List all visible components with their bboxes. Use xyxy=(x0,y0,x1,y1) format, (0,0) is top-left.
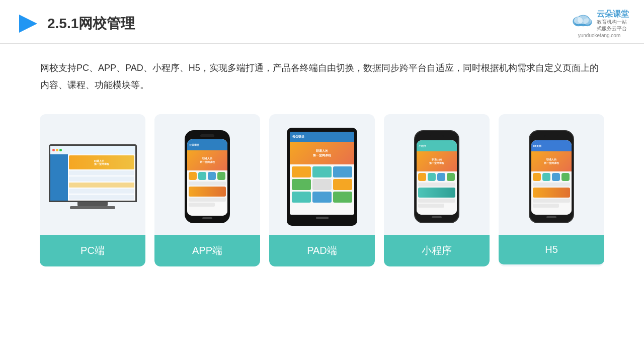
brand-text: 云朵课堂 教育机构一站 式服务云平台 xyxy=(597,9,629,32)
svg-marker-0 xyxy=(19,15,37,33)
card-app: 云朵课堂 职通人的第一堂网课程 xyxy=(154,114,260,266)
h5-image-area: H5页面 职通人的第一堂网课程 xyxy=(499,114,604,235)
app-label: APP端 xyxy=(154,235,260,266)
brand-logo: 云朵课堂 教育机构一站 式服务云平台 xyxy=(570,9,629,32)
app-phone-mockup: 云朵课堂 职通人的第一堂网课程 xyxy=(185,130,230,223)
header-left: 2.5.1网校管理 xyxy=(15,12,135,36)
card-miniprogram: 小程序 职通人的第一堂网课程 xyxy=(384,114,490,266)
brand-slogan-line2: 式服务云平台 xyxy=(597,25,627,32)
pad-label: PAD端 xyxy=(269,235,375,266)
cloud-icon xyxy=(570,13,594,29)
header: 2.5.1网校管理 云朵课堂 教育机构一站 式服务云平台 yunduoketan… xyxy=(0,0,644,44)
h5-label: H5 xyxy=(499,235,604,264)
pad-image-area: 云朵课堂 职通人的第一堂网课程 xyxy=(269,114,375,235)
description-text: 网校支持PC、APP、PAD、小程序、H5，实现多端打通，产品各终端自由切换，数… xyxy=(0,44,644,99)
miniprogram-label: 小程序 xyxy=(384,235,490,266)
card-pc: 职通人的第一堂网课程 xyxy=(40,114,145,266)
brand-url: yunduoketang.com xyxy=(578,33,621,38)
h5-phone-mockup: H5页面 职通人的第一堂网课程 xyxy=(529,130,574,223)
brand-name: 云朵课堂 xyxy=(597,9,629,19)
cards-container: 职通人的第一堂网课程 xyxy=(0,99,644,277)
card-h5: H5页面 职通人的第一堂网课程 xyxy=(499,114,604,266)
brand-area: 云朵课堂 教育机构一站 式服务云平台 yunduoketang.com xyxy=(570,9,629,38)
miniprogram-image-area: 小程序 职通人的第一堂网课程 xyxy=(384,114,490,235)
app-image-area: 云朵课堂 职通人的第一堂网课程 xyxy=(154,114,260,235)
card-pad: 云朵课堂 职通人的第一堂网课程 xyxy=(269,114,375,266)
pad-tablet-mockup: 云朵课堂 职通人的第一堂网课程 xyxy=(287,128,357,226)
pc-label: PC端 xyxy=(40,235,145,266)
app-logo-icon xyxy=(15,12,39,36)
pc-screen: 职通人的第一堂网课程 xyxy=(49,144,137,202)
page-title: 2.5.1网校管理 xyxy=(47,14,135,33)
pc-image-area: 职通人的第一堂网课程 xyxy=(40,114,145,235)
miniprogram-phone-mockup: 小程序 职通人的第一堂网课程 xyxy=(414,130,459,223)
brand-slogan-line1: 教育机构一站 xyxy=(597,19,627,25)
pc-mockup: 职通人的第一堂网课程 xyxy=(47,144,138,209)
svg-point-7 xyxy=(583,18,591,25)
